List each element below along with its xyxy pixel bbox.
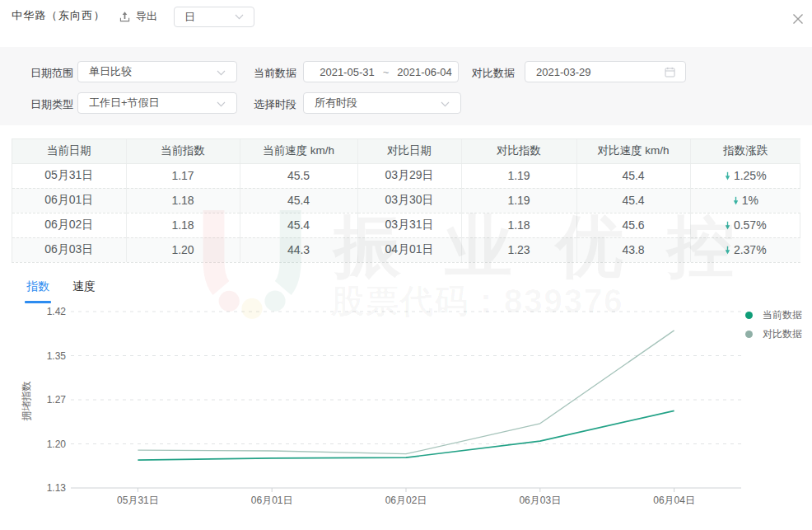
date-range-select[interactable]: 单日比较 bbox=[77, 61, 237, 82]
table-header-cell: 当前指数 bbox=[126, 139, 240, 163]
calendar-icon bbox=[665, 67, 675, 77]
series-line-当前数据[interactable] bbox=[138, 410, 674, 460]
table-cell: 06月01日 bbox=[12, 188, 126, 213]
export-icon bbox=[119, 11, 131, 23]
table-header-cell: 当前速度 km/h bbox=[240, 139, 357, 163]
compare-data-input[interactable]: 2021-03-29 bbox=[525, 61, 686, 82]
chart-legend: 当前数据 对比数据 bbox=[745, 308, 802, 346]
legend-item-compare[interactable]: 对比数据 bbox=[745, 327, 802, 341]
x-tick-label: 06月01日 bbox=[235, 494, 309, 508]
page-title: 中华路（东向西） bbox=[12, 8, 105, 23]
table-cell: 1.23 bbox=[461, 237, 576, 262]
date-type-select[interactable]: 工作日+节假日 bbox=[77, 92, 237, 114]
time-period-label: 选择时段 bbox=[254, 97, 296, 112]
current-data-label: 当前数据 bbox=[254, 66, 296, 81]
table-row: 06月01日1.1845.403月30日1.1945.41% bbox=[12, 188, 800, 213]
table-cell: 06月02日 bbox=[12, 213, 126, 237]
legend-dot-current bbox=[745, 312, 753, 319]
x-tick-label: 06月03日 bbox=[503, 494, 577, 508]
table-header-cell: 当前日期 bbox=[12, 139, 126, 163]
filter-panel: 日期范围 单日比较 当前数据 2021-05-31 ~ 2021-06-04 对… bbox=[0, 47, 812, 125]
table-cell: 04月01日 bbox=[357, 237, 461, 262]
x-tick-label: 06月02日 bbox=[369, 494, 443, 508]
table-cell: 45.5 bbox=[240, 163, 357, 188]
series-line-对比数据[interactable] bbox=[138, 331, 674, 454]
table-cell: 03月31日 bbox=[357, 213, 461, 237]
time-period-value: 所有时段 bbox=[315, 96, 357, 110]
table-cell: 1.20 bbox=[126, 237, 240, 262]
table-cell: 1.18 bbox=[126, 213, 240, 237]
x-tick-label: 06月04日 bbox=[637, 494, 712, 508]
date-range-label: 日期范围 bbox=[30, 66, 73, 81]
table-cell: 45.4 bbox=[240, 188, 357, 213]
current-data-end: 2021-06-04 bbox=[397, 66, 452, 78]
compare-data-value: 2021-03-29 bbox=[536, 66, 591, 78]
legend-dot-compare bbox=[745, 331, 753, 338]
close-icon[interactable] bbox=[791, 12, 805, 26]
y-tick-label: 1.13 bbox=[16, 482, 66, 494]
chevron-down-icon bbox=[441, 101, 450, 107]
current-data-start: 2021-05-31 bbox=[320, 66, 375, 78]
compare-data-label: 对比数据 bbox=[472, 66, 515, 81]
current-data-range-input[interactable]: 2021-05-31 ~ 2021-06-04 bbox=[303, 61, 459, 82]
table-cell: 05月31日 bbox=[12, 163, 126, 188]
time-period-select[interactable]: 所有时段 bbox=[303, 92, 461, 114]
chevron-down-icon bbox=[217, 70, 226, 76]
table-cell: 45.6 bbox=[576, 213, 690, 237]
table-cell: 1.19 bbox=[461, 163, 576, 188]
table-cell: 03月30日 bbox=[357, 188, 461, 213]
table-header-cell: 对比速度 km/h bbox=[576, 139, 690, 163]
y-tick-label: 1.42 bbox=[16, 306, 66, 317]
legend-label-current: 当前数据 bbox=[763, 308, 802, 322]
table-cell-change: 1% bbox=[690, 188, 800, 213]
table-cell: 1.18 bbox=[461, 213, 576, 237]
table-header-cell: 指数涨跌 bbox=[690, 139, 800, 163]
y-axis-name: 拥堵指数 bbox=[20, 360, 34, 443]
table-header-row: 当前日期当前指数当前速度 km/h对比日期对比指数对比速度 km/h指数涨跌 bbox=[12, 139, 800, 163]
table-cell-change: 1.25% bbox=[690, 163, 800, 188]
table-cell: 45.4 bbox=[576, 163, 690, 188]
table-cell: 1.18 bbox=[126, 188, 240, 213]
table-row: 05月31日1.1745.503月29日1.1945.41.25% bbox=[12, 163, 800, 188]
down-arrow-icon bbox=[725, 171, 730, 181]
table-row: 06月03日1.2044.304月01日1.2343.82.37% bbox=[12, 237, 800, 262]
date-type-value: 工作日+节假日 bbox=[89, 96, 160, 110]
chevron-down-icon bbox=[217, 101, 226, 107]
period-select[interactable]: 日 bbox=[174, 7, 254, 27]
table-cell: 45.4 bbox=[576, 188, 690, 213]
date-range-value: 单日比较 bbox=[89, 64, 132, 79]
chevron-down-icon bbox=[235, 14, 244, 20]
table-cell: 06月03日 bbox=[12, 237, 126, 262]
legend-label-compare: 对比数据 bbox=[763, 327, 802, 341]
period-select-value: 日 bbox=[184, 10, 195, 25]
table-header-cell: 对比日期 bbox=[357, 139, 461, 163]
table-cell-change: 2.37% bbox=[690, 237, 800, 262]
down-arrow-icon bbox=[725, 221, 730, 230]
x-tick-label: 05月31日 bbox=[100, 494, 175, 508]
comparison-table: 当前日期当前指数当前速度 km/h对比日期对比指数对比速度 km/h指数涨跌 0… bbox=[12, 138, 800, 263]
table-cell: 1.17 bbox=[126, 163, 240, 188]
date-type-label: 日期类型 bbox=[30, 97, 73, 112]
table-header-cell: 对比指数 bbox=[461, 139, 576, 163]
export-button[interactable]: 导出 bbox=[119, 7, 157, 26]
range-separator: ~ bbox=[383, 66, 390, 78]
table-cell: 44.3 bbox=[240, 237, 357, 262]
table-cell: 45.4 bbox=[240, 213, 357, 237]
table-cell: 03月29日 bbox=[357, 163, 461, 188]
table-row: 06月02日1.1845.403月31日1.1845.60.57% bbox=[12, 213, 800, 237]
table-cell: 1.19 bbox=[461, 188, 576, 213]
export-label: 导出 bbox=[136, 9, 157, 24]
table-cell-change: 0.57% bbox=[690, 213, 800, 237]
down-arrow-icon bbox=[725, 246, 730, 255]
down-arrow-icon bbox=[733, 196, 739, 205]
legend-item-current[interactable]: 当前数据 bbox=[745, 308, 802, 322]
table-cell: 43.8 bbox=[576, 237, 690, 262]
